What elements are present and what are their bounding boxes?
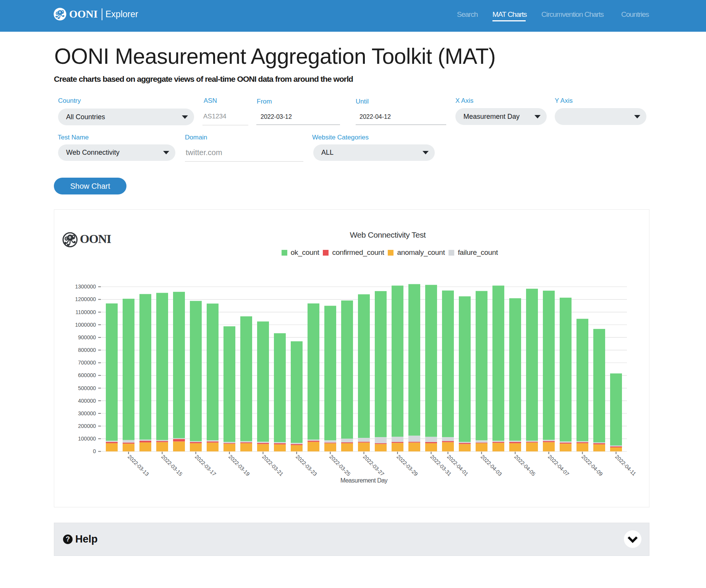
svg-text:100000: 100000: [78, 436, 96, 442]
svg-text:Measurement Day: Measurement Day: [340, 477, 388, 484]
svg-text:1300000: 1300000: [75, 283, 96, 290]
svg-text:2022-04-05: 2022-04-05: [513, 454, 537, 477]
svg-text:2022-03-19: 2022-03-19: [227, 454, 251, 477]
svg-text:2022-04-03: 2022-04-03: [479, 454, 503, 477]
svg-text:1000000: 1000000: [75, 322, 96, 328]
svg-text:300000: 300000: [78, 410, 96, 416]
svg-text:200000: 200000: [78, 423, 96, 429]
svg-text:400000: 400000: [78, 398, 96, 404]
svg-text:2022-03-21: 2022-03-21: [261, 454, 285, 477]
svg-text:0: 0: [93, 448, 96, 454]
svg-text:500000: 500000: [78, 385, 96, 391]
svg-text:2022-03-29: 2022-03-29: [395, 454, 419, 477]
svg-text:900000: 900000: [78, 334, 96, 340]
svg-text:2022-04-09: 2022-04-09: [580, 454, 604, 477]
svg-text:1100000: 1100000: [76, 309, 96, 315]
svg-text:2022-03-15: 2022-03-15: [160, 454, 184, 477]
svg-text:1200000: 1200000: [75, 296, 96, 302]
svg-text:700000: 700000: [78, 360, 96, 366]
svg-text:2022-03-27: 2022-03-27: [362, 454, 385, 477]
svg-text:2022-04-11: 2022-04-11: [614, 454, 637, 477]
svg-text:2022-03-23: 2022-03-23: [295, 454, 318, 477]
svg-text:2022-03-25: 2022-03-25: [328, 454, 352, 477]
svg-text:2022-03-17: 2022-03-17: [194, 454, 217, 477]
svg-text:2022-03-13: 2022-03-13: [126, 454, 150, 477]
svg-text:800000: 800000: [78, 347, 96, 353]
svg-text:600000: 600000: [78, 372, 96, 378]
svg-text:2022-04-07: 2022-04-07: [547, 454, 570, 477]
